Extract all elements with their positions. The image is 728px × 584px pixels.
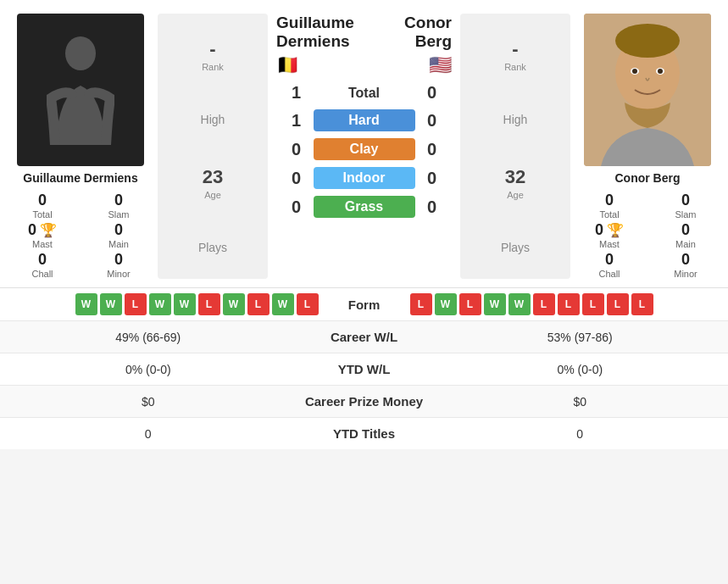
right-age-value: 32	[465, 166, 565, 188]
prize-row: $0 Career Prize Money $0	[0, 385, 728, 417]
right-flag: 🇺🇸	[364, 54, 453, 76]
left-chall-value: 0	[38, 251, 47, 269]
right-player-name-top: Conor Berg	[364, 14, 453, 51]
right-total-item: 0 Total	[575, 192, 643, 220]
player-right-photo	[584, 14, 711, 166]
right-chall-item: 0 Chall	[575, 251, 643, 279]
svg-point-7	[658, 69, 663, 74]
left-total-value: 0	[38, 192, 47, 209]
right-age-item: 32 Age	[465, 166, 565, 200]
right-chall-value: 0	[605, 251, 614, 269]
left-mast-item: 0 🏆 Mast	[8, 221, 76, 249]
form-badge-left: W	[149, 293, 171, 315]
prize-left: $0	[17, 395, 280, 409]
form-badge-right: W	[484, 293, 506, 315]
right-slam-label: Slam	[675, 209, 696, 220]
right-mast-trophy-row: 0 🏆	[595, 221, 624, 239]
form-badge-right: L	[533, 293, 555, 315]
right-rank-value: -	[465, 38, 565, 60]
hard-score-left: 1	[286, 111, 307, 131]
left-trophy-icon: 🏆	[40, 222, 57, 238]
right-minor-value: 0	[681, 251, 690, 269]
left-total-item: 0 Total	[8, 192, 76, 220]
form-badge-left: W	[174, 293, 196, 315]
career-wl-left: 49% (66-69)	[17, 331, 280, 344]
middle-section: GuillaumeDermiens 🇧🇪 Conor Berg 🇺🇸 1 Tot…	[273, 14, 455, 279]
career-wl-right: 53% (97-86)	[449, 331, 712, 344]
indoor-score-right: 0	[422, 169, 442, 188]
player-left-name: Guillaume Dermiens	[23, 171, 137, 185]
right-total-value: 0	[605, 192, 614, 209]
form-badge-left: W	[75, 293, 97, 315]
right-age-label: Age	[465, 190, 565, 200]
right-main-label: Main	[675, 239, 696, 249]
clay-score-right: 0	[422, 140, 442, 159]
left-main-label: Main	[108, 239, 129, 249]
form-right: LWLWWLLLLL	[410, 293, 720, 315]
stats-rows: 49% (66-69) Career W/L 53% (97-86) 0% (0…	[0, 320, 728, 449]
left-high-label: High	[163, 113, 263, 126]
form-badge-right: L	[459, 293, 481, 315]
form-section: WWLWWLWLWL Form LWLWWLLLLL	[0, 287, 728, 320]
info-box-right: - Rank High 32 Age Plays	[460, 14, 570, 279]
top-section: Guillaume Dermiens 0 Total 0 Slam 0 🏆 Ma…	[0, 0, 728, 287]
indoor-badge: Indoor	[314, 167, 415, 189]
svg-point-3	[615, 24, 680, 58]
form-badge-right: L	[558, 293, 580, 315]
form-badge-left: W	[272, 293, 294, 315]
right-mast-value: 0	[595, 221, 603, 239]
clay-score-left: 0	[286, 140, 307, 159]
right-total-label: Total	[599, 209, 619, 220]
left-flag: 🇧🇪	[276, 54, 364, 76]
player-left: Guillaume Dermiens 0 Total 0 Slam 0 🏆 Ma…	[8, 14, 153, 279]
total-score-left: 1	[286, 83, 307, 103]
right-photo-icon	[584, 14, 711, 166]
ytd-wl-left: 0% (0-0)	[17, 363, 280, 376]
svg-point-6	[632, 69, 637, 74]
player-left-photo	[17, 14, 144, 166]
left-age-label: Age	[163, 190, 263, 200]
left-slam-label: Slam	[108, 209, 129, 220]
grass-score-row: 0 Grass 0	[276, 196, 452, 218]
left-main-value: 0	[114, 221, 123, 239]
ytd-titles-label: YTD Titles	[280, 426, 449, 441]
right-mast-item: 0 🏆 Mast	[575, 221, 643, 249]
left-silhouette-icon	[47, 35, 114, 145]
form-badge-left: L	[198, 293, 220, 315]
right-main-value: 0	[681, 221, 690, 239]
form-badge-right: L	[631, 293, 653, 315]
right-mast-label: Mast	[599, 239, 620, 249]
left-minor-label: Minor	[107, 269, 131, 279]
left-minor-item: 0 Minor	[85, 251, 153, 279]
left-slam-item: 0 Slam	[85, 192, 153, 220]
left-slam-value: 0	[114, 192, 123, 209]
left-plays-label: Plays	[163, 241, 263, 254]
right-main-item: 0 Main	[652, 221, 720, 249]
right-high-item: High	[465, 111, 565, 126]
indoor-score-left: 0	[286, 169, 307, 188]
form-center-label: Form	[322, 298, 407, 312]
form-badge-left: L	[247, 293, 270, 315]
left-mast-trophy-row: 0 🏆	[28, 221, 57, 239]
total-label: Total	[314, 86, 415, 101]
hard-badge: Hard	[314, 109, 415, 131]
right-high-label: High	[465, 113, 565, 126]
form-badge-left: W	[100, 293, 122, 315]
form-badge-right: L	[607, 293, 629, 315]
ytd-wl-label: YTD W/L	[280, 362, 449, 376]
left-rank-item: - Rank	[163, 38, 263, 72]
right-plays-item: Plays	[465, 239, 565, 254]
career-wl-row: 49% (66-69) Career W/L 53% (97-86)	[0, 320, 728, 353]
left-main-item: 0 Main	[85, 221, 153, 249]
left-total-label: Total	[32, 209, 52, 220]
hard-score-right: 0	[422, 111, 442, 131]
svg-point-0	[65, 36, 96, 70]
total-score-right: 0	[422, 83, 442, 103]
left-chall-item: 0 Chall	[8, 251, 76, 279]
form-left: WWLWWLWLWL	[8, 293, 319, 315]
left-age-value: 23	[163, 166, 263, 188]
form-badge-right: L	[582, 293, 604, 315]
left-plays-item: Plays	[163, 239, 263, 254]
left-minor-value: 0	[114, 251, 123, 269]
grass-score-left: 0	[286, 197, 307, 217]
